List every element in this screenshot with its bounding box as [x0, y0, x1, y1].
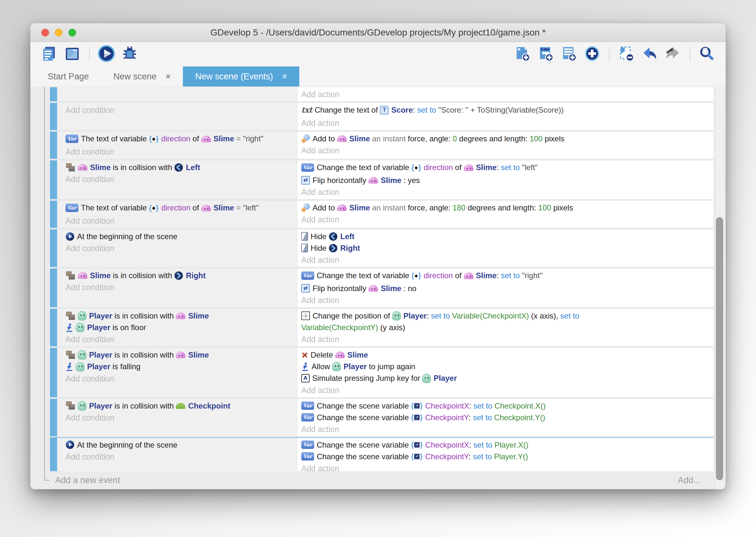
event-handle[interactable]	[50, 309, 57, 346]
event-handle[interactable]	[50, 399, 57, 436]
tab-close-icon[interactable]: ×	[166, 72, 170, 82]
scene-editor-button[interactable]	[63, 45, 81, 63]
tab-close-icon[interactable]: ×	[282, 72, 287, 82]
conditions-cell[interactable]: At the beginning of the sceneAdd conditi…	[57, 438, 297, 471]
action-line[interactable]: VarChange the scene variable {↗}Checkpoi…	[301, 412, 708, 423]
add-action-button[interactable]: Add action	[301, 88, 708, 100]
event-row[interactable]: Add conditiontxtChange the text of TScor…	[50, 103, 713, 130]
action-line[interactable]: Change the position of Player: set to Va…	[301, 310, 708, 333]
action-line[interactable]: VarChange the text of variable {◆}direct…	[301, 162, 708, 175]
event-handle[interactable]	[50, 268, 57, 307]
conditions-cell[interactable]: At the beginning of the sceneAdd conditi…	[57, 229, 297, 267]
add-subevent-button[interactable]	[537, 45, 555, 63]
condition-line[interactable]: Slime is in collision with Right	[65, 270, 294, 281]
add-action-button[interactable]: Add action	[301, 333, 708, 345]
action-line[interactable]: Add to Slime an instant force, angle: 0 …	[301, 133, 708, 145]
event-row[interactable]: Player is in collision with CheckpointAd…	[50, 399, 713, 436]
actions-cell[interactable]: Add to Slime an instant force, angle: 0 …	[297, 132, 713, 159]
add-condition-button[interactable]: Add condition	[65, 451, 294, 463]
event-handle[interactable]	[50, 348, 57, 397]
event-handle[interactable]	[50, 201, 57, 228]
action-line[interactable]: VarChange the scene variable {↗}Checkpoi…	[301, 451, 708, 463]
tab-start-page[interactable]: Start Page	[35, 66, 101, 87]
add-action-button[interactable]: Add action	[301, 254, 708, 266]
conditions-cell[interactable]: Slime is in collision with RightAdd cond…	[57, 268, 297, 307]
add-action-button[interactable]: Add action	[301, 145, 708, 156]
conditions-cell[interactable]: Slime is in collision with LeftAdd condi…	[57, 160, 297, 199]
event-handle[interactable]	[50, 87, 57, 101]
add-condition-button[interactable]: Add condition	[65, 104, 294, 116]
action-line[interactable]: Allow Player to jump again	[301, 361, 708, 372]
delete-selection-button[interactable]	[617, 45, 635, 63]
add-condition-button[interactable]: Add condition	[65, 333, 294, 345]
event-handle[interactable]	[50, 229, 57, 267]
conditions-cell[interactable]: Player is in collision with SlimePlayer …	[57, 348, 297, 397]
event-handle[interactable]	[50, 160, 57, 199]
actions-cell[interactable]: VarChange the text of variable {◆}direct…	[297, 160, 713, 199]
action-line[interactable]: VarChange the scene variable {↗}Checkpoi…	[301, 439, 708, 451]
add-condition-button[interactable]: Add condition	[65, 373, 294, 384]
event-row[interactable]: At the beginning of the sceneAdd conditi…	[50, 438, 713, 471]
event-handle[interactable]	[50, 438, 57, 471]
action-line[interactable]: VarChange the scene variable {↗}Checkpoi…	[301, 400, 708, 412]
conditions-cell[interactable]: VarThe text of variable {◆}direction of …	[57, 201, 297, 228]
add-comment-button[interactable]	[560, 45, 578, 63]
condition-line[interactable]: Player is in collision with Checkpoint	[65, 400, 294, 412]
add-action-button[interactable]: Add action	[301, 186, 708, 198]
actions-cell[interactable]: txtChange the text of TScore: set to "Sc…	[297, 103, 713, 130]
conditions-cell[interactable]: Player is in collision with CheckpointAd…	[57, 399, 297, 436]
add-condition-button[interactable]: Add condition	[65, 146, 294, 157]
add-action-button[interactable]: Add action	[301, 463, 708, 471]
conditions-cell[interactable]: Add condition	[57, 103, 297, 130]
action-line[interactable]: Hide Left	[301, 231, 708, 242]
search-button[interactable]	[698, 45, 716, 63]
action-line[interactable]: ASimulate pressing Jump key for Player	[301, 372, 708, 384]
minimize-window-button[interactable]	[55, 29, 62, 36]
add-condition-button[interactable]: Add condition	[65, 281, 294, 293]
condition-line[interactable]: VarThe text of variable {◆}direction of …	[65, 202, 294, 215]
add-condition-button[interactable]: Add condition	[65, 215, 294, 227]
action-line[interactable]: Add to Slime an instant force, angle: 18…	[301, 202, 708, 214]
redo-button[interactable]	[664, 45, 682, 63]
actions-cell[interactable]: Add to Slime an instant force, angle: 18…	[297, 201, 713, 228]
event-row[interactable]: VarThe text of variable {◆}direction of …	[50, 201, 713, 228]
event-row[interactable]: VarThe text of variable {◆}direction of …	[50, 132, 713, 159]
condition-line[interactable]: Player is falling	[65, 361, 294, 372]
conditions-cell[interactable]: VarThe text of variable {◆}direction of …	[57, 132, 297, 159]
condition-line[interactable]: Slime is in collision with Left	[65, 162, 294, 173]
event-row[interactable]: Slime is in collision with LeftAdd condi…	[50, 160, 713, 199]
add-action-button[interactable]: Add action	[301, 423, 708, 435]
event-handle[interactable]	[50, 132, 57, 159]
actions-cell[interactable]: VarChange the text of variable {◆}direct…	[297, 268, 713, 307]
action-line[interactable]: ⇄Flip horizontally Slime : yes	[301, 175, 708, 186]
conditions-cell[interactable]	[57, 87, 297, 101]
actions-cell[interactable]: ✕Delete SlimeAllow Player to jump againA…	[297, 348, 713, 397]
action-line[interactable]: txtChange the text of TScore: set to "Sc…	[301, 104, 708, 117]
event-handle[interactable]	[50, 103, 57, 130]
add-new-button[interactable]	[583, 45, 601, 63]
event-row[interactable]: Add action	[50, 87, 713, 101]
debug-button[interactable]	[121, 45, 139, 63]
scrollbar-thumb[interactable]	[716, 217, 723, 480]
add-new-event-button[interactable]: Add a new event	[44, 475, 120, 485]
add-action-button[interactable]: Add action	[301, 117, 708, 129]
tab-new-scene[interactable]: New scene×	[101, 66, 183, 87]
actions-cell[interactable]: VarChange the scene variable {↗}Checkpoi…	[297, 438, 713, 471]
conditions-cell[interactable]: Player is in collision with SlimePlayer …	[57, 309, 297, 346]
action-line[interactable]: ✕Delete Slime	[301, 349, 708, 361]
add-condition-button[interactable]: Add condition	[65, 242, 294, 254]
actions-cell[interactable]: Hide LeftHide RightAdd action	[297, 229, 713, 267]
undo-button[interactable]	[641, 45, 659, 63]
add-condition-button[interactable]: Add condition	[65, 412, 294, 423]
condition-line[interactable]: VarThe text of variable {◆}direction of …	[65, 133, 294, 146]
action-line[interactable]: VarChange the text of variable {◆}direct…	[301, 270, 708, 283]
condition-line[interactable]: Player is in collision with Slime	[65, 310, 294, 322]
close-window-button[interactable]	[41, 29, 49, 36]
add-event-button[interactable]	[513, 45, 532, 63]
event-row[interactable]: At the beginning of the sceneAdd conditi…	[50, 229, 713, 267]
condition-line[interactable]: At the beginning of the scene	[65, 231, 294, 242]
condition-line[interactable]: Player is in collision with Slime	[65, 349, 294, 361]
action-line[interactable]: Hide Right	[301, 242, 708, 254]
project-manager-button[interactable]	[40, 45, 58, 63]
event-row[interactable]: Player is in collision with SlimePlayer …	[50, 309, 713, 346]
